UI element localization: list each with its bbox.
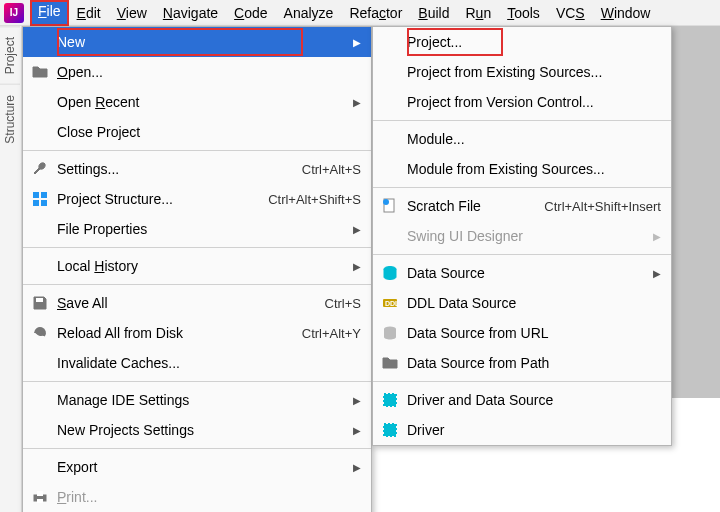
wrench-icon [31,160,49,178]
new-menu-module[interactable]: Module... [373,124,671,154]
svg-rect-14 [384,394,396,406]
submenu-arrow-icon: ▶ [353,425,361,436]
file-menu-new-projects-settings[interactable]: New Projects Settings▶ [23,415,371,445]
menu-item-label: Project... [407,34,661,50]
new-menu-swing-ui-designer: Swing UI Designer▶ [373,221,671,251]
new-submenu-dropdown: Project...Project from Existing Sources.… [372,26,672,446]
url-db-icon [381,324,399,342]
new-menu-project-from-existing-sources[interactable]: Project from Existing Sources... [373,57,671,87]
separator [373,187,671,188]
file-menu-open-recent[interactable]: Open Recent▶ [23,87,371,117]
new-menu-driver[interactable]: Driver [373,415,671,445]
file-menu-invalidate-caches[interactable]: Invalidate Caches... [23,348,371,378]
submenu-arrow-icon: ▶ [353,97,361,108]
disk-icon [31,294,49,312]
new-menu-module-from-existing-sources[interactable]: Module from Existing Sources... [373,154,671,184]
shortcut-label: Ctrl+Alt+S [302,162,361,177]
file-menu-open[interactable]: Open... [23,57,371,87]
file-menu-reload-all-from-disk[interactable]: Reload All from DiskCtrl+Alt+Y [23,318,371,348]
svg-rect-3 [41,200,47,206]
menu-tools[interactable]: Tools [499,2,548,24]
sidebar-tab-project[interactable]: Project [0,26,20,84]
file-menu-file-properties[interactable]: File Properties▶ [23,214,371,244]
separator [373,381,671,382]
new-menu-project-from-version-control[interactable]: Project from Version Control... [373,87,671,117]
new-menu-data-source-from-path[interactable]: Data Source from Path [373,348,671,378]
menu-item-label: New [57,34,345,50]
new-menu-project[interactable]: Project... [373,27,671,57]
menu-item-label: Print... [57,489,361,505]
app-icon: IJ [4,3,24,23]
svg-rect-7 [37,499,43,503]
menu-navigate[interactable]: Navigate [155,2,226,24]
shortcut-label: Ctrl+S [325,296,361,311]
separator [23,448,371,449]
menu-run[interactable]: Run [457,2,499,24]
menu-item-label: Driver and Data Source [407,392,661,408]
structure-icon [31,190,49,208]
new-menu-data-source-from-url[interactable]: Data Source from URL [373,318,671,348]
menu-item-label: Manage IDE Settings [57,392,345,408]
file-menu-new[interactable]: New▶ [23,27,371,57]
file-menu-export[interactable]: Export▶ [23,452,371,482]
new-menu-data-source[interactable]: Data Source▶ [373,258,671,288]
svg-rect-2 [33,200,39,206]
menu-item-label: Local History [57,258,345,274]
separator [373,120,671,121]
menu-item-label: Module from Existing Sources... [407,161,661,177]
svg-rect-15 [384,424,396,436]
svg-rect-1 [41,192,47,198]
new-menu-driver-and-data-source[interactable]: Driver and Data Source [373,385,671,415]
menu-item-label: Export [57,459,345,475]
menu-item-label: Save All [57,295,315,311]
menu-item-label: Module... [407,131,661,147]
file-menu-settings[interactable]: Settings...Ctrl+Alt+S [23,154,371,184]
menu-vcs[interactable]: VCS [548,2,593,24]
menu-item-label: File Properties [57,221,345,237]
menu-item-label: Close Project [57,124,361,140]
file-menu-save-all[interactable]: Save AllCtrl+S [23,288,371,318]
svg-rect-0 [33,192,39,198]
menu-item-label: Settings... [57,161,292,177]
menu-item-label: Project from Version Control... [407,94,661,110]
submenu-arrow-icon: ▶ [353,261,361,272]
submenu-arrow-icon: ▶ [353,224,361,235]
menu-item-label: Open Recent [57,94,345,110]
submenu-arrow-icon: ▶ [353,395,361,406]
menu-analyze[interactable]: Analyze [276,2,342,24]
new-menu-scratch-file[interactable]: Scratch FileCtrl+Alt+Shift+Insert [373,191,671,221]
reload-icon [31,324,49,342]
sidebar-tab-structure[interactable]: Structure [0,84,20,154]
submenu-arrow-icon: ▶ [353,37,361,48]
menu-item-label: Reload All from Disk [57,325,292,341]
file-menu-local-history[interactable]: Local History▶ [23,251,371,281]
menu-item-label: Driver [407,422,661,438]
menu-item-label: Project Structure... [57,191,258,207]
menu-code[interactable]: Code [226,2,275,24]
svg-rect-4 [36,298,43,302]
scratch-icon [381,197,399,215]
sidebar: Project Structure [0,26,22,512]
menu-refactor[interactable]: Refactor [341,2,410,24]
file-menu-project-structure[interactable]: Project Structure...Ctrl+Alt+Shift+S [23,184,371,214]
file-menu-manage-ide-settings[interactable]: Manage IDE Settings▶ [23,385,371,415]
menubar: IJ FileEditViewNavigateCodeAnalyzeRefact… [0,0,720,26]
shortcut-label: Ctrl+Alt+Shift+Insert [544,199,661,214]
menu-file[interactable]: File [30,0,69,26]
shortcut-label: Ctrl+Alt+Y [302,326,361,341]
menu-view[interactable]: View [109,2,155,24]
menu-item-label: Scratch File [407,198,534,214]
file-menu-print: Print... [23,482,371,512]
separator [373,254,671,255]
new-menu-ddl-data-source[interactable]: DDLDDL Data Source [373,288,671,318]
separator [23,284,371,285]
menu-item-label: Swing UI Designer [407,228,645,244]
driver-icon [381,391,399,409]
folder-icon [31,63,49,81]
menu-edit[interactable]: Edit [69,2,109,24]
shortcut-label: Ctrl+Alt+Shift+S [268,192,361,207]
file-menu-close-project[interactable]: Close Project [23,117,371,147]
menu-window[interactable]: Window [593,2,659,24]
menu-build[interactable]: Build [410,2,457,24]
svg-point-9 [383,199,389,205]
